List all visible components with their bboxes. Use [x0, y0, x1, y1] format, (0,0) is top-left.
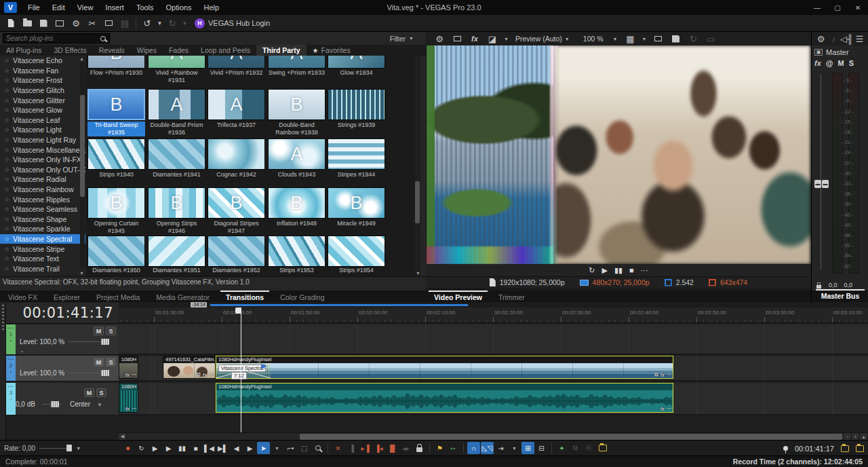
plugin-group-vitascene-only-out-fx[interactable]: ☆Vitascene Only OUT-FX — [0, 165, 85, 175]
tab-video-preview[interactable]: Video Preview — [426, 292, 490, 302]
transition-preset-diamantes-1952[interactable] — [208, 236, 265, 267]
render-as-icon[interactable] — [52, 16, 68, 31]
preset-caption[interactable]: Clouds #1943 — [268, 171, 326, 186]
timeline-hscrollbar[interactable]: ◀ ▶ − + ▲ — [119, 432, 868, 440]
track1-level-slider[interactable] — [68, 341, 105, 342]
track2-color-strip[interactable]: •••2▪ — [6, 356, 16, 381]
mixer-button[interactable]: ✦ — [555, 442, 568, 454]
copy-snapshot-icon[interactable] — [650, 32, 667, 46]
media-bin-icon[interactable] — [856, 445, 864, 452]
preset-caption[interactable]: Vivid +Rainbow #1931 — [148, 69, 205, 84]
track-header-2[interactable]: •••2▪ M S Level: 100,0 % — [6, 356, 119, 381]
stop-button[interactable]: ■ — [189, 442, 202, 454]
project-properties-icon[interactable]: ⚙ — [68, 16, 84, 31]
transition-preset-flow-prism-1930[interactable]: B — [87, 56, 145, 69]
transition-preset-diamantes-1951[interactable] — [148, 236, 205, 267]
favorite-star-icon[interactable]: ☆ — [4, 196, 9, 203]
preset-caption[interactable]: Flow +Prism #1930 — [87, 69, 145, 84]
transition-preset-vivid-prism-1932[interactable]: A — [208, 56, 265, 69]
video-output-fx-icon[interactable]: fx — [467, 32, 483, 46]
preview-settings-icon[interactable]: ⚙ — [431, 32, 448, 46]
plugin-group-vitascene-trail[interactable]: ☆Vitascene Trail — [0, 263, 85, 274]
preset-caption[interactable]: Tri-Band Sweep #1935 — [87, 122, 145, 136]
plugin-tab-reveals[interactable]: Reveals — [93, 45, 131, 56]
favorite-star-icon[interactable]: ☆ — [4, 126, 9, 133]
timeline-grip[interactable] — [0, 302, 6, 440]
favorite-star-icon[interactable]: ☆ — [4, 216, 9, 223]
plugin-tab-loop-and-peels[interactable]: Loop and Peels — [195, 45, 256, 56]
transition-preset-strips-1954[interactable] — [328, 236, 385, 267]
plugin-tab-favorites[interactable]: ★Favorites — [307, 45, 357, 56]
auto-crossfade-button[interactable]: ◺◹ — [481, 442, 494, 454]
menu-file[interactable]: File — [22, 0, 46, 15]
favorite-star-icon[interactable]: ☆ — [4, 246, 9, 253]
zoom-in-icon[interactable]: + — [852, 433, 860, 441]
track3-dropdown-icon[interactable]: ▼ — [97, 402, 102, 408]
new-folder-track-button[interactable] — [596, 442, 609, 454]
transition-preset-double-band-prism-1936[interactable]: A — [148, 89, 205, 120]
go-to-end-button[interactable]: ▶▌ — [216, 442, 229, 454]
preset-caption[interactable]: Diamantes #1941 — [148, 171, 205, 186]
track1-solo-button[interactable]: S — [106, 326, 116, 335]
preset-caption[interactable]: Diagonal Stripes #1947 — [208, 220, 265, 235]
split-screen-dropdown-icon[interactable]: ▼ — [502, 32, 511, 46]
auto-ripple-dropdown-icon[interactable]: ▼ — [508, 442, 521, 454]
delete-button[interactable]: ✕ — [332, 442, 344, 454]
track1-collapse-icon[interactable]: ⌄ — [20, 348, 24, 354]
favorite-star-icon[interactable]: ☆ — [4, 166, 9, 173]
favorite-star-icon[interactable]: ☆ — [4, 206, 9, 212]
master-solo-button[interactable]: S — [849, 59, 854, 67]
grouping-button[interactable]: ⊟ — [535, 442, 548, 454]
preset-caption[interactable]: Glow #1934 — [328, 69, 385, 84]
loop-playback-button[interactable]: ↻ — [135, 442, 148, 454]
favorite-star-icon[interactable]: ☆ — [4, 87, 9, 94]
preset-caption[interactable]: Opening Strips #1946 — [148, 220, 205, 235]
loop-region-bar[interactable] — [210, 304, 468, 306]
track2-level-slider[interactable] — [68, 373, 105, 373]
undo-dropdown-icon[interactable]: ▼ — [155, 16, 164, 31]
normal-edit-tool-button[interactable]: ➤ — [257, 442, 270, 454]
preview-pause-icon[interactable]: ▮▮ — [614, 266, 623, 275]
trim-start-button[interactable]: ▸▐ — [359, 442, 372, 454]
preset-caption[interactable]: Opening Curtain #1945 — [87, 220, 145, 235]
menu-options[interactable]: Options — [160, 0, 198, 15]
pause-button[interactable]: ▮▮ — [176, 442, 189, 454]
transition-preset-diamantes-1950[interactable] — [87, 236, 145, 267]
plugin-group-vitascene-glow[interactable]: ☆Vitascene Glow — [0, 105, 85, 115]
list-scrollbar[interactable] — [80, 62, 85, 268]
list-scroll-up-icon[interactable]: ▲ — [79, 56, 84, 61]
preset-caption[interactable]: Cognac #1942 — [208, 171, 265, 186]
track3-mute-button[interactable]: M — [84, 388, 94, 397]
track-header-1[interactable]: •••1▪ M S Level: 100,0 % ⌄ — [6, 324, 119, 355]
plugin-tab-3d-effects[interactable]: 3D Effects — [48, 45, 93, 56]
plugin-group-vitascene-stripe[interactable]: ☆Vitascene Stripe — [0, 244, 85, 254]
clip-handyfluginsel-audio[interactable]: 1080HdHandyFlugInsel fx⋯ — [216, 383, 673, 413]
plugin-group-vitascene-shape[interactable]: ☆Vitascene Shape — [0, 214, 85, 225]
favorite-star-icon[interactable]: ☆ — [4, 176, 9, 183]
transition-preset-opening-curtain-1945[interactable]: B — [87, 187, 145, 219]
tab-master-bus[interactable]: Master Bus — [813, 291, 868, 301]
open-project-icon[interactable] — [19, 16, 35, 31]
plugin-group-vitascene-leaf[interactable]: ☆Vitascene Leaf — [0, 115, 85, 126]
transition-preset-strings-1939[interactable] — [328, 89, 385, 120]
undo-icon[interactable]: ↺ — [139, 16, 155, 31]
clip-handyfluginsel-video[interactable]: 1080HdHandyFlugInsel ⊡fx⋯ — [216, 356, 673, 379]
preview-loop-icon[interactable]: ↻ — [589, 266, 595, 275]
plugin-tab-wipes[interactable]: Wipes — [131, 45, 163, 56]
filter-dropdown[interactable]: Filter▼ — [386, 33, 418, 43]
preset-caption[interactable]: Trifecta #1937 — [208, 122, 265, 136]
cursor-time-display[interactable]: 00:01:41:17 — [795, 445, 834, 453]
cut-icon[interactable]: ✂ — [84, 16, 100, 31]
clip-audio-fragment[interactable]: 1080H fx⋯ — [119, 383, 138, 413]
favorite-star-icon[interactable]: ☆ — [4, 77, 9, 83]
minimize-button[interactable]: — — [807, 0, 827, 15]
favorite-star-icon[interactable]: ☆ — [4, 255, 9, 262]
menu-view[interactable]: View — [71, 0, 100, 15]
track3-color-strip[interactable]: •••3♪ — [6, 383, 16, 415]
timeline-time-display[interactable]: 00:01:41:17 — [6, 303, 119, 324]
trim-end-button[interactable]: ▐◂ — [372, 442, 385, 454]
transition-preset-vivid-rainbow-1931[interactable]: A — [148, 56, 205, 69]
go-to-start-button[interactable]: ▌◀ — [203, 442, 216, 454]
transition-preset-stripes-1944[interactable] — [328, 138, 385, 170]
playhead-cap[interactable] — [235, 307, 241, 314]
